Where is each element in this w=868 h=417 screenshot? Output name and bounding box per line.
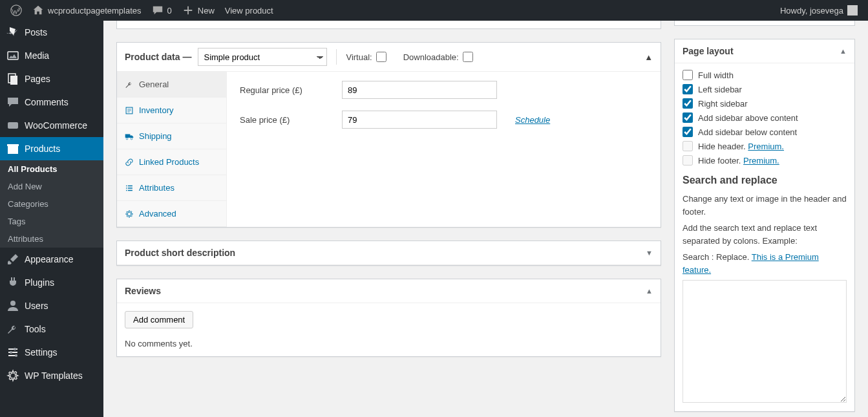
avatar <box>847 5 858 16</box>
virtual-checkbox[interactable] <box>376 52 386 62</box>
layout-opt-label: Left sidebar <box>698 85 742 94</box>
submenu-item-categories[interactable]: Categories <box>0 195 103 213</box>
collapse-icon[interactable]: ▲ <box>840 47 847 55</box>
new-content[interactable]: New <box>177 0 220 21</box>
sale-price-label: Sale price (£) <box>240 115 330 125</box>
sidebar-item-comments[interactable]: Comments <box>0 91 103 114</box>
sidebar-item-label: Posts <box>25 27 47 37</box>
downloadable-checkbox[interactable] <box>463 52 473 62</box>
search-replace-desc1: Change any text or image in the header a… <box>683 193 847 218</box>
sidebar-item-label: Settings <box>25 347 58 358</box>
no-comments-text: No comments yet. <box>125 339 653 348</box>
admin-sidebar: PostsMediaPagesCommentsWooCommerceProduc… <box>0 21 103 417</box>
schedule-link[interactable]: Schedule <box>515 115 550 125</box>
sidebar-item-tools[interactable]: Tools <box>0 317 103 341</box>
sidebar-item-label: Media <box>25 50 49 61</box>
svg-point-7 <box>10 301 16 306</box>
product-type-select[interactable]: Simple product <box>198 48 327 66</box>
svg-point-10 <box>15 354 17 357</box>
regular-price-input[interactable] <box>342 81 497 99</box>
pd-tab-label: General <box>139 80 169 89</box>
product-data-title: Product data — <box>125 52 191 62</box>
svg-point-8 <box>14 348 16 350</box>
pd-tab-inventory[interactable]: Inventory <box>117 98 226 123</box>
svg-point-9 <box>10 351 12 354</box>
tags-box-footer: Choose from the most used tags <box>674 21 855 26</box>
brush-icon <box>6 253 19 266</box>
search-replace-desc2: Add the search text and replace text sep… <box>683 222 847 247</box>
pages-icon <box>6 72 19 85</box>
comments-bubble[interactable]: 0 <box>147 0 177 21</box>
wp-logo[interactable] <box>5 0 27 21</box>
product-data-tabs: GeneralInventoryShippingLinked ProductsA… <box>117 72 227 227</box>
pd-tab-attributes[interactable]: Attributes <box>117 175 226 201</box>
howdy-label: Howdy, josevega <box>780 6 843 16</box>
sidebar-item-plugins[interactable]: Plugins <box>0 271 103 294</box>
search-replace-title: Search and replace <box>683 175 847 186</box>
wrench-icon <box>125 80 134 89</box>
submenu-item-tags[interactable]: Tags <box>0 213 103 230</box>
new-label: New <box>198 6 215 16</box>
account-menu[interactable]: Howdy, josevega <box>775 0 863 21</box>
downloadable-label: Downloadable: <box>403 52 459 62</box>
layout-opt-checkbox[interactable] <box>683 98 693 109</box>
svg-point-13 <box>131 138 132 140</box>
sidebar-item-products[interactable]: Products <box>0 137 103 160</box>
pin-icon <box>6 26 19 39</box>
site-name-label: wcproductpagetemplates <box>48 6 142 16</box>
sidebar-item-pages[interactable]: Pages <box>0 67 103 91</box>
hide-footer-label: Hide footer. <box>698 156 743 166</box>
sidebar-item-media[interactable]: Media <box>0 44 103 67</box>
hide-footer-checkbox[interactable] <box>683 155 693 166</box>
premium-link[interactable]: Premium. <box>748 142 784 151</box>
sidebar-item-wp-templates[interactable]: WP Templates <box>0 364 103 387</box>
pd-tab-label: Linked Products <box>139 157 199 167</box>
sidebar-item-posts[interactable]: Posts <box>0 21 103 44</box>
svg-rect-5 <box>8 146 18 154</box>
page-layout-panel: Page layout ▲ Full widthLeft sidebarRigh… <box>674 39 855 412</box>
submenu-item-all-products[interactable]: All Products <box>0 160 103 178</box>
collapse-icon[interactable]: ▼ <box>646 249 653 257</box>
sidebar-item-users[interactable]: Users <box>0 294 103 317</box>
page-layout-title: Page layout <box>683 46 734 56</box>
media-icon <box>6 49 19 62</box>
list-icon <box>125 184 134 193</box>
layout-opt-checkbox[interactable] <box>683 112 693 123</box>
gear-icon <box>6 369 19 382</box>
layout-opt-checkbox[interactable] <box>683 70 693 80</box>
premium-link[interactable]: Premium. <box>743 156 779 166</box>
virtual-checkbox-wrap[interactable]: Virtual: <box>346 52 386 62</box>
view-product[interactable]: View product <box>220 0 279 21</box>
view-product-label: View product <box>225 6 273 16</box>
woo-icon <box>6 119 19 132</box>
svg-rect-1 <box>8 52 18 59</box>
pd-tab-shipping[interactable]: Shipping <box>117 123 226 149</box>
sidebar-item-settings[interactable]: Settings <box>0 341 103 364</box>
pd-tab-general[interactable]: General <box>117 72 226 98</box>
sale-price-input[interactable] <box>342 111 497 129</box>
add-comment-button[interactable]: Add comment <box>125 311 193 328</box>
submenu-item-attributes[interactable]: Attributes <box>0 230 103 248</box>
plug-icon <box>6 276 19 289</box>
search-replace-textarea[interactable] <box>683 280 847 403</box>
sidebar-item-label: Products <box>25 144 60 154</box>
sidebar-item-label: Pages <box>25 74 50 84</box>
layout-opt-checkbox[interactable] <box>683 127 693 137</box>
downloadable-checkbox-wrap[interactable]: Downloadable: <box>403 52 473 62</box>
layout-opt-checkbox[interactable] <box>683 84 693 94</box>
hide-header-checkbox[interactable] <box>683 141 693 151</box>
layout-opt-label: Add sidebar above content <box>698 113 798 123</box>
sidebar-item-appearance[interactable]: Appearance <box>0 248 103 271</box>
collapse-icon[interactable]: ▲ <box>646 287 653 295</box>
sidebar-item-label: Users <box>25 301 48 311</box>
site-name[interactable]: wcproductpagetemplates <box>27 0 147 21</box>
submenu-item-add-new[interactable]: Add New <box>0 178 103 195</box>
collapse-icon[interactable]: ▲ <box>644 52 653 62</box>
pd-tab-linked-products[interactable]: Linked Products <box>117 149 226 175</box>
virtual-label: Virtual: <box>346 52 372 62</box>
plus-icon <box>182 5 194 16</box>
pd-tab-advanced[interactable]: Advanced <box>117 201 226 227</box>
admin-bar: wcproductpagetemplates 0 New View produc… <box>0 0 868 21</box>
sidebar-item-woocommerce[interactable]: WooCommerce <box>0 114 103 137</box>
wrench-icon <box>6 323 19 336</box>
